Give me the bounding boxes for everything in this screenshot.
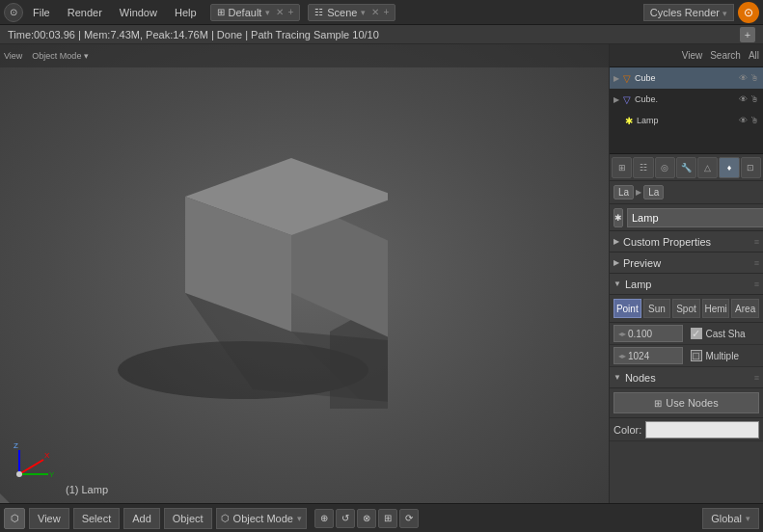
menu-window[interactable]: Window [112,5,165,20]
viewport-mode-label[interactable]: Object Mode ▾ [32,51,89,61]
lamp-name-bar: ✱ F [610,204,763,231]
prop-tab-world[interactable]: ◎ [655,157,675,178]
prop-tab-render[interactable]: ⊞ [612,157,632,178]
energy-field[interactable]: ◂▸ 0.100 [613,325,683,342]
blender-logo[interactable]: ⊙ [4,3,23,22]
prop-tab-material[interactable]: ♦ [719,157,739,178]
properties-panel: ✱ F ▶ Custom Properties ≡ ▶ Preview ≡ ▼ … [610,204,763,503]
outliner-item-lamp[interactable]: ✱ Lamp 👁 🖱 [610,110,763,131]
lamp-section-menu[interactable]: ≡ [754,279,759,289]
bottom-view-btn[interactable]: View [29,508,69,529]
multiple-checkbox[interactable]: □ [691,350,702,361]
viewport-background [0,44,609,503]
bottom-select-btn[interactable]: Select [73,508,121,529]
lamp-section-label: Lamp [625,279,652,290]
custom-properties-label: Custom Properties [623,236,711,248]
viewport-gizmo: X Y Z [10,436,58,484]
lamp-type-sun[interactable]: Sun [643,299,671,318]
outliner-view-btn[interactable]: View [682,50,703,61]
energy-row: ◂▸ 0.100 ✓ Cast Sha [610,323,763,345]
menu-help[interactable]: Help [167,5,204,20]
lamp-type-icon: ✱ [613,208,623,227]
lamp-type-point[interactable]: Point [613,299,641,318]
outliner-item-cube-dot[interactable]: ▶ ▽ Cube. 👁 🖱 [610,89,763,110]
bottom-icon-2[interactable]: ↺ [336,509,355,528]
outliner-all-btn[interactable]: All [749,50,759,61]
breadcrumb-la1[interactable]: La [613,185,634,200]
properties-breadcrumb: La ▶ La [610,181,763,204]
status-bar: Time:00:03.96 | Mem:7.43M, Peak:14.76M |… [0,25,763,44]
color-row: Color: [610,418,763,441]
blender-version-icon: ⊙ [738,2,759,23]
lamp-type-spot[interactable]: Spot [672,299,700,318]
nodes-section-menu[interactable]: ≡ [754,373,759,383]
prop-tab-texture[interactable]: ⊡ [741,157,761,178]
color-label: Color: [613,424,641,436]
nodes-section-arrow: ▼ [613,373,621,382]
lamp-type-area[interactable]: Area [731,299,759,318]
viewport-header: View Object Mode ▾ [0,44,609,67]
use-nodes-button[interactable]: ⊞ Use Nodes [613,392,759,413]
bottom-object-btn[interactable]: Object [164,508,212,529]
editor-type-selector[interactable]: ⊞ Default ▾ ✕ + [210,4,301,21]
nodes-section-header[interactable]: ▼ Nodes ≡ [610,367,763,388]
scene-selector[interactable]: ☷ Scene ▾ ✕ + [308,4,395,21]
viewport-view-btn[interactable]: View [4,51,22,61]
lamp-type-hemi[interactable]: Hemi [702,299,730,318]
outliner-item-cube[interactable]: ▶ ▽ Cube 👁 🖱 [610,67,763,89]
properties-tabs: ⊞ ☷ ◎ 🔧 △ ♦ ⊡ [610,154,763,181]
preview-section[interactable]: ▶ Preview ≡ [610,253,763,274]
color-swatch[interactable] [645,421,759,439]
breadcrumb-la2[interactable]: La [643,185,664,200]
nodes-icon: ⊞ [654,398,662,409]
viewport-lamp-status: (1) Lamp [66,484,108,495]
preview-label: Preview [623,257,661,269]
prop-tab-mesh[interactable]: △ [697,157,718,178]
samples-row: ◂▸ 1024 □ Multiple [610,345,763,367]
lamp-section-arrow: ▼ [613,279,621,288]
multiple-label: Multiple [706,351,739,361]
cast-shadow-checkbox[interactable]: ✓ [691,328,702,339]
bottom-editor-icon[interactable]: ⬡ [4,508,25,529]
svg-text:X: X [44,451,50,460]
global-selector[interactable]: Global ▾ [702,508,759,529]
main-content: View Object Mode ▾ X Y Z (1) Lamp [0,44,763,503]
object-mode-selector[interactable]: ⬡ Object Mode ▾ [216,508,307,529]
bottom-icon-4[interactable]: ⊞ [378,509,397,528]
lamp-name-input[interactable] [627,208,763,227]
outliner-search-btn[interactable]: Search [710,50,741,61]
breadcrumb-arrow: ▶ [636,188,641,197]
custom-properties-menu[interactable]: ≡ [754,237,759,247]
cube-render [98,139,388,409]
menu-render[interactable]: Render [60,5,110,20]
cast-shadow-label: Cast Sha [706,329,746,339]
bottom-icon-1[interactable]: ⊕ [314,509,334,528]
svg-text:Z: Z [14,441,18,450]
custom-properties-arrow: ▶ [613,237,619,246]
custom-properties-section[interactable]: ▶ Custom Properties ≡ [610,231,763,253]
outliner-area: ▶ ▽ Cube 👁 🖱 ▶ ▽ Cube. 👁 🖱 ✱ Lamp 👁 🖱 [610,67,763,154]
render-engine-selector[interactable]: Cycles Render ▾ [643,4,734,21]
use-nodes-row: ⊞ Use Nodes [610,388,763,418]
bottom-icon-5[interactable]: ⟳ [399,509,419,528]
menu-file[interactable]: File [25,5,58,20]
status-expand[interactable]: + [740,27,755,42]
preview-menu[interactable]: ≡ [754,258,759,268]
lamp-section-header[interactable]: ▼ Lamp ≡ [610,274,763,295]
prop-tab-object[interactable]: 🔧 [676,157,696,178]
right-sidebar: View Search All ▶ ▽ Cube 👁 🖱 ▶ ▽ Cube. 👁… [609,44,763,503]
cast-shadow-row: ✓ Cast Sha [687,323,764,344]
multiple-row: □ Multiple [687,345,764,366]
viewport-3d[interactable]: View Object Mode ▾ X Y Z (1) Lamp [0,44,609,503]
bottom-toolbar: ⬡ View Select Add Object ⬡ Object Mode ▾… [0,503,763,532]
svg-text:Y: Y [49,470,55,479]
svg-point-13 [16,471,22,477]
bottom-icon-3[interactable]: ⊗ [357,509,376,528]
outliner-header: View Search All [610,44,763,67]
nodes-section-label: Nodes [625,372,656,384]
samples-field[interactable]: ◂▸ 1024 [613,347,683,364]
prop-tab-scene[interactable]: ☷ [633,157,653,178]
lamp-type-row: Point Sun Spot Hemi Area [610,295,763,323]
bottom-right-area: Global ▾ [702,508,759,529]
bottom-add-btn[interactable]: Add [123,508,160,529]
